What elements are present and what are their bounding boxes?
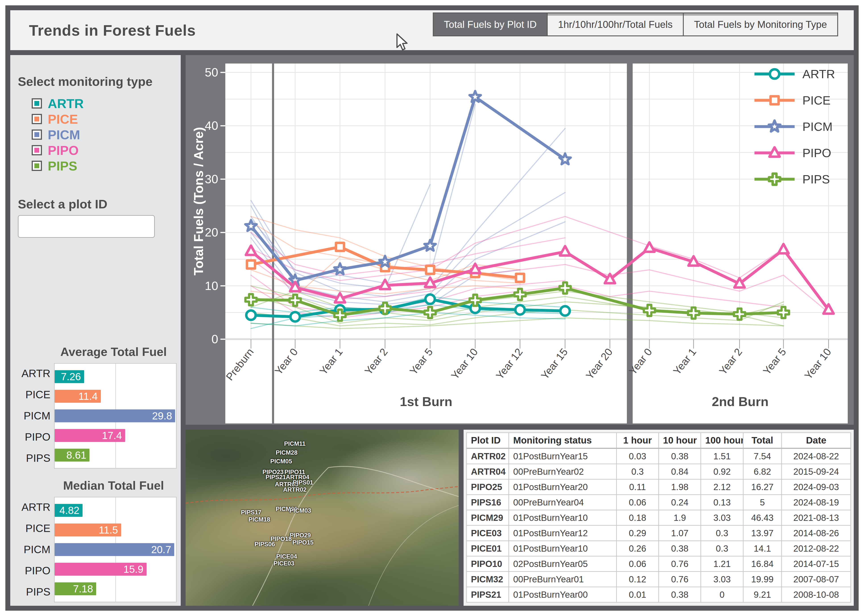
table-cell: 00PreBurnYear01 (509, 572, 616, 587)
table-cell: 2021-08-13 (782, 510, 851, 525)
plot-id-search[interactable] (18, 215, 155, 238)
map-plot-label-artr02: ARTR02 (283, 486, 306, 493)
table-cell: 19.99 (743, 572, 782, 587)
table-cell: PIPO25 (467, 479, 509, 495)
circle-marker (560, 306, 570, 316)
bar-pipo[interactable]: 17.4 (55, 429, 125, 442)
table-cell: 0.3 (701, 541, 743, 556)
map-plot-label-pice03: PICE03 (273, 560, 294, 567)
tab-total-fuels-by-monitoring-type[interactable]: Total Fuels by Monitoring Type (684, 13, 837, 35)
map-plot-label-pipo29: PIPO29 (290, 532, 311, 539)
table-cell: 0.76 (659, 572, 701, 587)
total-fuels-line-chart[interactable]: 01020304050Total Fuels (Tons / Acre)Preb… (186, 55, 854, 425)
table-cell: 0.03 (616, 448, 659, 464)
square-marker (771, 96, 779, 104)
table-row[interactable]: PICM2901PostBurnYear100.181.93.0346.4320… (467, 510, 851, 525)
bar-pips[interactable]: 7.18 (55, 582, 96, 595)
bar-category-label: PIPO (25, 564, 50, 577)
table-cell: 2007-08-07 (782, 572, 851, 587)
monitoring-type-label: PICM (48, 127, 80, 142)
square-marker (516, 274, 524, 282)
table-cell: 0.92 (701, 464, 743, 479)
table-header-row: Plot IDMonitoring status1 hour10 hour100… (467, 433, 851, 448)
circle-marker (290, 312, 300, 321)
table-cell: 1.07 (659, 525, 701, 541)
header: Trends in Forest Fuels Total Fuels by Pl… (10, 10, 854, 50)
average-chart-plot: 7.2611.429.817.48.61 (54, 363, 177, 469)
checkbox-pipo[interactable] (32, 145, 42, 156)
bar-category-label: PICE (25, 522, 50, 535)
table-cell: 1.51 (701, 448, 743, 464)
bar-pips[interactable]: 8.61 (55, 449, 90, 462)
plot-id-search-input[interactable] (26, 221, 155, 232)
table-column-header: Plot ID (467, 433, 509, 448)
table-cell: 01PostBurnYear20 (509, 479, 616, 495)
table-cell: 0.11 (616, 479, 659, 495)
bar-picm[interactable]: 29.8 (55, 409, 175, 422)
table-row[interactable]: ARTR0201PostBurnYear150.030.381.517.5420… (467, 448, 851, 464)
table-row[interactable]: PICM3200PreBurnYear010.120.763.0319.9920… (467, 572, 851, 587)
monitoring-type-pipo[interactable]: PIPO (32, 142, 84, 158)
plot-id-heading: Select a plot ID (18, 197, 107, 211)
monitoring-type-label: PICE (48, 112, 78, 127)
monitoring-type-picm[interactable]: PICM (32, 127, 84, 142)
y-tick-label: 0 (211, 332, 218, 346)
table-cell: 01PostBurnYear12 (509, 525, 616, 541)
table-row[interactable]: PIPS1600PreBurnYear040.060.240.1352024-0… (467, 495, 851, 510)
table-cell: ARTR02 (467, 448, 509, 464)
bar-category-label: PIPS (26, 452, 50, 465)
table-cell: 2024-08-22 (782, 448, 851, 464)
table-row[interactable]: ARTR0400PreBurnYear020.30.840.926.822015… (467, 464, 851, 479)
tab-1hr-10hr-100hr-total-fuels[interactable]: 1hr/10hr/100hr/Total Fuels (548, 13, 683, 35)
bar-artr[interactable]: 7.26 (55, 370, 84, 383)
checkbox-pips[interactable] (32, 161, 42, 171)
burn-group-label: 1st Burn (400, 394, 452, 409)
table-row[interactable]: PIPO2501PostBurnYear200.111.982.1216.272… (467, 479, 851, 495)
bar-row-pipo: 17.4 (55, 429, 176, 442)
table-row[interactable]: PIPS2101PostBurnYear000.010.3809.212008-… (467, 587, 851, 602)
table-cell: 01PostBurnYear00 (509, 587, 616, 602)
bar-row-pice: 11.5 (55, 523, 176, 536)
table-column-header: 1 hour (616, 433, 659, 448)
table-cell: PIPO10 (467, 556, 509, 572)
table-column-header: 100 hour (701, 433, 743, 448)
table-cell: 2.12 (701, 479, 743, 495)
legend-label: PIPO (803, 146, 831, 160)
bar-category-label: PIPS (26, 586, 50, 599)
monitoring-type-pice[interactable]: PICE (32, 111, 84, 127)
bar-pice[interactable]: 11.4 (55, 390, 101, 403)
bar-category-label: PICE (25, 388, 50, 401)
table-row[interactable]: PIPO1002PostBurnYear050.060.761.2116.842… (467, 556, 851, 572)
monitoring-type-label: ARTR (48, 96, 84, 111)
bar-value-label: 7.26 (61, 370, 81, 383)
monitoring-type-artr[interactable]: ARTR (32, 96, 84, 111)
table-cell: 0.06 (616, 495, 659, 510)
table-row[interactable]: PICE0101PostBurnYear100.260.380.314.1201… (467, 541, 851, 556)
bar-artr[interactable]: 4.82 (55, 504, 82, 517)
fuel-data-table: Plot IDMonitoring status1 hour10 hour100… (466, 432, 851, 603)
table-cell: 01PostBurnYear10 (509, 541, 616, 556)
bar-row-pice: 11.4 (55, 390, 176, 403)
median-chart-title: Median Total Fuel (17, 478, 177, 492)
bar-pice[interactable]: 11.5 (55, 523, 121, 536)
bar-row-picm: 29.8 (55, 409, 176, 422)
bar-value-label: 15.9 (123, 563, 143, 576)
monitoring-type-pips[interactable]: PIPS (32, 158, 84, 174)
checkbox-picm[interactable] (32, 129, 42, 140)
plot-map[interactable]: PICM11PICM28PICM05PIPO23PIPO11PIPS21ARTR… (186, 430, 459, 606)
checkbox-artr[interactable] (32, 98, 42, 108)
table-row[interactable]: PICE0301PostBurnYear120.291.070.313.9720… (467, 525, 851, 541)
table-cell: PICM29 (467, 510, 509, 525)
table-cell: 3.03 (701, 572, 743, 587)
bar-picm[interactable]: 20.7 (55, 543, 174, 556)
map-plot-label-picm18: PICM18 (249, 516, 270, 523)
table-cell: 2012-08-22 (782, 541, 851, 556)
bar-pipo[interactable]: 15.9 (55, 563, 147, 576)
table-cell: 9.21 (743, 587, 782, 602)
view-tabbar: Total Fuels by Plot ID1hr/10hr/100hr/Tot… (433, 13, 838, 36)
bar-value-label: 4.82 (59, 504, 79, 517)
checkbox-pice[interactable] (32, 114, 42, 124)
tab-total-fuels-by-plot-id[interactable]: Total Fuels by Plot ID (434, 13, 547, 35)
y-axis-title: Total Fuels (Tons / Acre) (191, 127, 206, 275)
median-chart-labels: ARTRPICEPICMPIPOPIPS (17, 497, 54, 602)
